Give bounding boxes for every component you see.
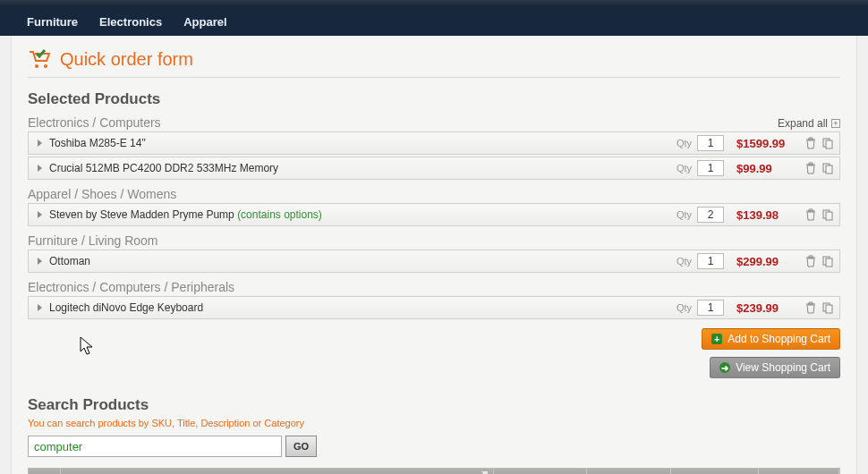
page-title: Quick order form [60, 49, 193, 70]
svg-point-1 [44, 64, 47, 68]
copy-icon[interactable] [821, 255, 834, 267]
col-preview[interactable]: Preview [759, 469, 839, 474]
trash-icon[interactable] [804, 255, 817, 267]
svg-rect-7 [826, 212, 832, 220]
trash-icon[interactable] [804, 162, 817, 174]
chevron-right-icon [38, 211, 42, 218]
page-title-row: Quick order form [28, 48, 840, 78]
arrow-right-icon: ➜ [719, 362, 730, 373]
results-header: Sel Product Category SKU Price Preview [29, 469, 839, 474]
product-price: $1599.99 [736, 137, 799, 150]
search-input[interactable] [28, 436, 282, 457]
product-name: Logitech diNovo Edge Keyboard [49, 301, 677, 314]
results-table: Sel Product Category SKU Price Preview M… [28, 468, 840, 474]
qty-input[interactable] [697, 300, 724, 316]
main-nav: Furniture Electronics Apparel [0, 7, 868, 36]
svg-rect-11 [826, 305, 832, 313]
product-row[interactable]: Ottoman Qty $299.99 [28, 250, 840, 273]
add-to-cart-button[interactable]: + Add to Shopping Cart [702, 328, 840, 350]
product-name: Crucial 512MB PC4200 DDR2 533MHz Memory [49, 162, 677, 174]
svg-point-0 [35, 64, 38, 68]
add-to-cart-label: Add to Shopping Cart [728, 333, 830, 345]
col-price[interactable]: Price [671, 469, 759, 474]
plus-icon: + [711, 334, 722, 344]
product-price: $239.99 [736, 301, 799, 315]
product-price: $139.98 [736, 208, 799, 222]
product-price: $299.99 [736, 255, 799, 268]
category-label: Electronics / Computers [28, 115, 161, 130]
nav-furniture[interactable]: Furniture [27, 15, 78, 29]
svg-rect-5 [826, 165, 832, 174]
view-cart-button[interactable]: ➜ View Shopping Cart [710, 357, 840, 378]
product-row[interactable]: Logitech diNovo Edge Keyboard Qty $239.9… [28, 296, 840, 319]
qty-input[interactable] [697, 253, 724, 269]
category-label: Furniture / Living Room [28, 233, 158, 248]
qty-input[interactable] [697, 207, 724, 223]
category-label: Electronics / Computers / Peripherals [28, 280, 234, 294]
qty-label: Qty [677, 302, 692, 313]
qty-input[interactable] [697, 160, 724, 176]
qty-input[interactable] [697, 135, 724, 151]
col-product[interactable]: Product [61, 469, 494, 474]
qty-label: Qty [677, 209, 692, 220]
go-button[interactable]: GO [285, 436, 317, 457]
qty-label: Qty [677, 163, 692, 174]
copy-icon[interactable] [821, 301, 834, 314]
chevron-right-icon [38, 258, 42, 265]
qty-label: Qty [677, 138, 692, 148]
cart-check-icon [28, 48, 53, 70]
nav-apparel[interactable]: Apparel [183, 15, 226, 29]
copy-icon[interactable] [821, 137, 834, 149]
expand-all-label: Expand all [778, 117, 828, 130]
nav-electronics[interactable]: Electronics [99, 15, 162, 29]
chevron-right-icon [38, 304, 42, 311]
col-sku[interactable]: SKU [587, 469, 671, 474]
svg-rect-3 [826, 140, 832, 148]
trash-icon[interactable] [804, 137, 817, 149]
qty-label: Qty [677, 256, 692, 267]
mouse-cursor-icon [77, 335, 95, 357]
selected-products-heading: Selected Products [28, 90, 840, 108]
product-name: Steven by Steve Madden Pryme Pump (conta… [49, 208, 677, 221]
trash-icon[interactable] [804, 208, 817, 221]
col-sel[interactable]: Sel [29, 469, 61, 474]
page-body: Quick order form Selected Products Elect… [11, 36, 857, 474]
copy-icon[interactable] [821, 162, 834, 174]
product-row[interactable]: Crucial 512MB PC4200 DDR2 533MHz Memory … [28, 157, 840, 180]
trash-icon[interactable] [804, 301, 817, 314]
expand-all-icon: + [831, 119, 840, 128]
svg-rect-9 [826, 258, 832, 267]
chevron-right-icon [38, 165, 42, 172]
product-row[interactable]: Steven by Steve Madden Pryme Pump (conta… [28, 203, 840, 226]
product-name: Toshiba M285-E 14" [49, 137, 677, 149]
search-products-heading: Search Products [28, 396, 840, 414]
chevron-right-icon [38, 140, 42, 147]
top-bar [0, 0, 868, 7]
product-price: $99.99 [736, 162, 799, 175]
search-hint: You can search products by SKU, Title, D… [28, 418, 840, 428]
category-label: Apparel / Shoes / Womens [28, 187, 176, 201]
product-name: Ottoman [49, 255, 677, 267]
expand-all-link[interactable]: Expand all + [778, 117, 840, 130]
view-cart-label: View Shopping Cart [736, 361, 830, 374]
product-row[interactable]: Toshiba M285-E 14" Qty $1599.99 [28, 131, 840, 155]
options-note: (contains options) [237, 208, 322, 221]
copy-icon[interactable] [821, 208, 834, 221]
col-category[interactable]: Category [494, 469, 587, 474]
